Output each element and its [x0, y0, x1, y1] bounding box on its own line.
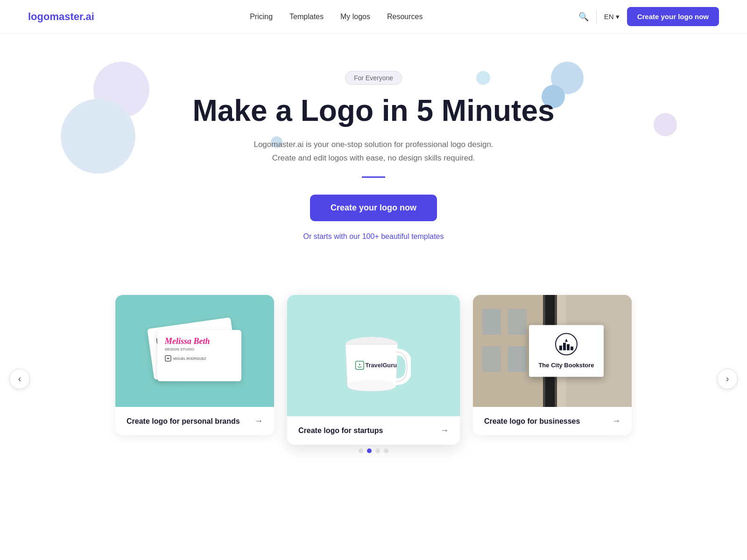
search-icon[interactable]: 🔍: [578, 12, 589, 22]
card-front-subtitle: DESIGN STUDIO: [165, 347, 234, 351]
carousel-next-button[interactable]: ›: [717, 369, 738, 389]
card-front-name: Melissa Beth: [165, 336, 234, 346]
lang-label: EN: [604, 13, 614, 21]
nav-links: Pricing Templates My logos Resources: [250, 13, 423, 21]
svg-rect-18: [563, 343, 566, 350]
nav-resources[interactable]: Resources: [387, 13, 423, 21]
bookstore-sign: The City Bookstore: [529, 325, 604, 377]
card-businesses-label: Create logo for businesses: [484, 417, 580, 426]
hero-section: For Everyone Make a Logo in 5 Minutes Lo…: [0, 34, 747, 276]
svg-point-5: [359, 364, 360, 365]
card-front-logo: MIGUEL RODRIGUEZ: [165, 355, 234, 362]
bookstore-logo-icon: [555, 333, 578, 356]
business-card-front: Melissa Beth DESIGN STUDIO MIGUEL RODRIG…: [157, 330, 241, 381]
logo-prefix: logomaster: [28, 11, 83, 22]
bookstore-sign-text: The City Bookstore: [538, 362, 594, 370]
svg-rect-20: [571, 347, 573, 350]
nav-right: 🔍 EN ▾ Create your logo now: [578, 7, 719, 26]
nav-templates[interactable]: Templates: [289, 13, 324, 21]
hero-title: Make a Logo in 5 Minutes: [28, 94, 719, 127]
svg-rect-19: [567, 344, 570, 350]
card-personal-image: MIGUEL RODRIGUEZ Melissa Beth DESIGN STU…: [115, 295, 274, 407]
hero-divider: [362, 176, 385, 178]
dot-2[interactable]: [367, 448, 372, 453]
svg-rect-17: [559, 346, 562, 350]
hero-badge: For Everyone: [345, 71, 402, 85]
hero-subtitle: Logomaster.ai is your one-stop solution …: [28, 138, 719, 165]
nav-pricing[interactable]: Pricing: [250, 13, 273, 21]
card-businesses: The City Bookstore Create logo for busin…: [473, 295, 632, 435]
arrow-right-icon: ›: [726, 373, 729, 384]
dot-3[interactable]: [375, 448, 380, 453]
carousel-prev-button[interactable]: ‹: [9, 369, 30, 389]
svg-text:TravelGuru: TravelGuru: [365, 362, 397, 369]
card-personal-footer[interactable]: Create logo for personal brands →: [115, 407, 274, 435]
card-personal-arrow: →: [254, 416, 263, 426]
svg-rect-12: [482, 346, 501, 372]
card-businesses-arrow: →: [612, 416, 620, 426]
dot-1[interactable]: [359, 448, 363, 453]
mug-svg: TravelGuru: [336, 314, 411, 398]
svg-point-3: [347, 380, 396, 391]
cards-container: MIGUEL RODRIGUEZ Melissa Beth DESIGN STU…: [130, 295, 617, 445]
language-selector[interactable]: EN ▾: [604, 13, 620, 21]
arrow-left-icon: ‹: [18, 373, 21, 384]
card-personal: MIGUEL RODRIGUEZ Melissa Beth DESIGN STU…: [115, 295, 274, 435]
navbar: logomaster.ai Pricing Templates My logos…: [0, 0, 747, 34]
card-startups-footer[interactable]: Create logo for startups →: [287, 416, 460, 445]
logo-suffix: .ai: [83, 11, 94, 22]
card-startups-image: TravelGuru: [287, 295, 460, 416]
cards-section: ‹ MIGUEL RODRIGUEZ: [0, 276, 747, 481]
nav-my-logos[interactable]: My logos: [340, 13, 370, 21]
card-personal-label: Create logo for personal brands: [127, 417, 240, 426]
svg-rect-10: [482, 309, 501, 335]
svg-rect-11: [508, 309, 527, 335]
card-startups: TravelGuru Create logo for startups →: [287, 295, 460, 445]
templates-link[interactable]: Or starts with our 100+ beautiful templa…: [28, 232, 719, 241]
card-startups-label: Create logo for startups: [298, 427, 383, 435]
svg-rect-13: [508, 346, 527, 372]
svg-point-16: [556, 334, 577, 355]
card-businesses-footer[interactable]: Create logo for businesses →: [473, 407, 632, 435]
nav-divider: [596, 10, 597, 23]
card-businesses-image: The City Bookstore: [473, 295, 632, 407]
chevron-down-icon: ▾: [616, 13, 620, 21]
svg-marker-21: [565, 339, 568, 342]
carousel-dots: [359, 448, 388, 453]
card-startups-arrow: →: [440, 426, 449, 435]
dot-4[interactable]: [384, 448, 388, 453]
hero-cta-button[interactable]: Create your logo now: [310, 195, 437, 221]
brand-logo[interactable]: logomaster.ai: [28, 11, 94, 23]
business-card-mockup: MIGUEL RODRIGUEZ Melissa Beth DESIGN STU…: [143, 321, 246, 381]
nav-cta-button[interactable]: Create your logo now: [627, 7, 719, 26]
